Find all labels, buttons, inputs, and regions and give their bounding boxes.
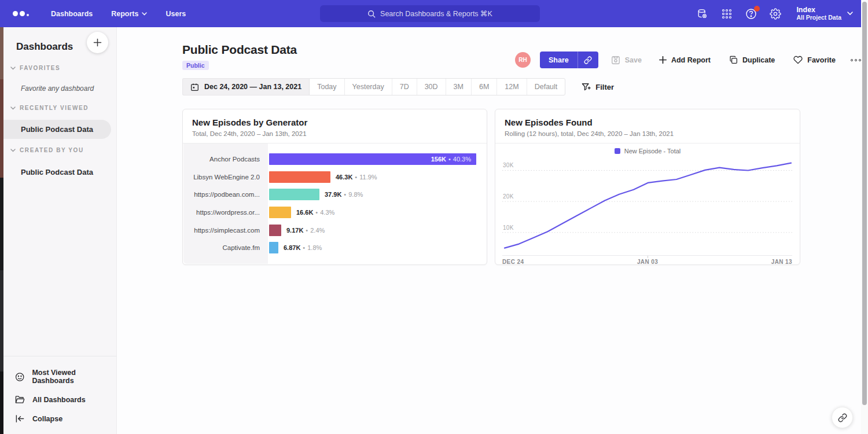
range-12m[interactable]: 12M: [497, 79, 527, 95]
bar-row: Libsyn WebEngine 2.0 46.3K•11.9%: [183, 168, 486, 186]
sidebar-item-public-podcast-data-created[interactable]: Public Podcast Data: [21, 167, 93, 177]
apps-grid-icon[interactable]: [721, 8, 733, 20]
bar-value-label: 156K•40.3%: [431, 153, 471, 165]
y-axis-tick: 10K: [503, 225, 514, 231]
workspace-switcher[interactable]: Index All Project Data: [796, 6, 853, 21]
card-header: New Episodes Found Rolling (12 hours), t…: [495, 109, 800, 144]
line-series[interactable]: [505, 163, 791, 248]
range-today[interactable]: Today: [310, 79, 344, 95]
range-default[interactable]: Default: [527, 79, 565, 95]
bar-category-label: Libsyn WebEngine 2.0: [183, 174, 268, 181]
card-new-episodes-by-generator: New Episodes by Generator Total, Dec 24t…: [182, 109, 487, 265]
legend-swatch: [615, 148, 620, 154]
scrollbar-thumb[interactable]: [862, 2, 867, 405]
add-report-button[interactable]: Add Report: [659, 56, 711, 64]
range-3m[interactable]: 3M: [446, 79, 472, 95]
range-yesterday[interactable]: Yesterday: [345, 79, 392, 95]
date-range-button[interactable]: Dec 24, 2020 — Jan 13, 2021: [182, 78, 309, 95]
card-title: New Episodes by Generator: [192, 117, 477, 127]
line-chart-svg: [502, 158, 793, 256]
most-viewed-dashboards-button[interactable]: Most Viewed Dashboards: [3, 363, 116, 390]
add-dashboard-button[interactable]: [87, 32, 108, 53]
favorite-button[interactable]: Favorite: [793, 56, 836, 64]
notification-badge: [754, 6, 760, 12]
folder-icon: [15, 395, 25, 404]
sidebar-title: Dashboards: [16, 41, 73, 53]
bar-category-label: Anchor Podcasts: [183, 156, 268, 163]
bar-captivate[interactable]: [269, 242, 278, 253]
favorites-empty-hint: Favorite any dashboard: [21, 84, 94, 93]
range-6m[interactable]: 6M: [472, 79, 497, 95]
page-title: Public Podcast Data: [182, 43, 297, 57]
nav-item-dashboards[interactable]: Dashboards: [51, 10, 93, 18]
section-header-label: RECENTLY VIEWED: [20, 105, 89, 111]
calendar-icon: [190, 83, 199, 91]
settings-gear-icon[interactable]: [770, 8, 781, 20]
chevron-down-icon: [10, 67, 16, 70]
bar-chart: Anchor Podcasts 156K•40.3% Libsyn WebEng…: [183, 144, 486, 264]
footer-item-label: All Dashboards: [32, 396, 86, 404]
x-axis-tick-mark: [648, 256, 648, 258]
section-favorites[interactable]: FAVORITES: [10, 65, 60, 71]
workspace-name: Index: [796, 6, 841, 14]
bar-anchor-podcasts[interactable]: 156K•40.3%: [269, 153, 476, 165]
nav-item-reports[interactable]: Reports: [111, 10, 147, 18]
range-7d[interactable]: 7D: [392, 79, 417, 95]
data-sources-icon[interactable]: [697, 8, 708, 20]
link-icon: [584, 56, 592, 64]
footer-item-label: Most Viewed Dashboards: [32, 369, 116, 385]
date-range-label: Dec 24, 2020 — Jan 13, 2021: [204, 83, 301, 91]
bar-wordpress[interactable]: [269, 207, 291, 218]
add-report-label: Add Report: [671, 56, 711, 64]
bar-simplecast[interactable]: [269, 225, 281, 236]
favorite-label: Favorite: [807, 56, 836, 64]
more-options-button[interactable]: [851, 59, 861, 61]
collapse-sidebar-button[interactable]: Collapse: [3, 409, 116, 428]
bar-row: Captivate.fm 6.87K•1.8%: [183, 239, 486, 257]
plus-icon: [659, 56, 667, 64]
copy-link-floating-button[interactable]: [832, 407, 853, 428]
sidebar: Dashboards FAVORITES Favorite any dashbo…: [3, 27, 117, 434]
duplicate-button[interactable]: Duplicate: [729, 56, 775, 64]
smiley-icon: [15, 372, 24, 382]
section-recently-viewed[interactable]: RECENTLY VIEWED: [10, 105, 89, 111]
visibility-badge: Public: [182, 61, 209, 70]
page-scrollbar: [861, 0, 868, 434]
filter-button[interactable]: Filter: [582, 83, 614, 91]
help-icon[interactable]: [745, 8, 757, 20]
x-axis-tick: DEC 24: [502, 259, 524, 265]
avatar[interactable]: RH: [515, 52, 531, 68]
search-input[interactable]: Search Dashboards & Reports ⌘K: [320, 5, 540, 22]
share-label: Share: [549, 56, 569, 64]
nav-item-label: Users: [165, 10, 186, 18]
legend-label: New Episode - Total: [624, 148, 681, 155]
share-link-button[interactable]: [578, 52, 598, 68]
nav-item-users[interactable]: Users: [165, 10, 186, 18]
bar-row: https://podbean.com... 37.9K•9.8%: [183, 186, 486, 204]
range-30d[interactable]: 30D: [417, 79, 446, 95]
x-axis-tick: JAN 03: [637, 259, 658, 265]
bar-row: https://simplecast.com 9.17K•2.4%: [183, 221, 486, 239]
chevron-down-icon: [10, 106, 16, 110]
mode-logo-icon[interactable]: [13, 11, 36, 16]
sidebar-item-public-podcast-data-recent[interactable]: Public Podcast Data: [3, 120, 111, 139]
sidebar-item-label: Public Podcast Data: [21, 168, 93, 176]
bar-category-label: Captivate.fm: [183, 244, 268, 251]
top-nav: Dashboards Reports Users Search Dashboar…: [3, 0, 861, 27]
save-icon: [611, 56, 620, 65]
all-dashboards-button[interactable]: All Dashboards: [3, 390, 116, 409]
card-header: New Episodes by Generator Total, Dec 24t…: [183, 109, 487, 144]
chevron-down-icon: [847, 12, 853, 16]
filter-label: Filter: [595, 83, 614, 91]
bar-value-label: 46.3K•11.9%: [336, 174, 377, 181]
bar-category-label: https://simplecast.com: [183, 227, 268, 234]
save-button[interactable]: Save: [611, 56, 642, 65]
save-label: Save: [625, 56, 642, 64]
bar-category-label: https://wordpress.or...: [183, 209, 268, 216]
share-button[interactable]: Share: [540, 52, 578, 68]
bar-libsyn[interactable]: [269, 171, 330, 183]
chart-legend: New Episode - Total: [495, 148, 800, 155]
section-created-by-you[interactable]: CREATED BY YOU: [10, 147, 84, 153]
main-content: Public Podcast Data Public RH Share Save…: [117, 27, 861, 434]
bar-podbean[interactable]: [269, 189, 319, 200]
